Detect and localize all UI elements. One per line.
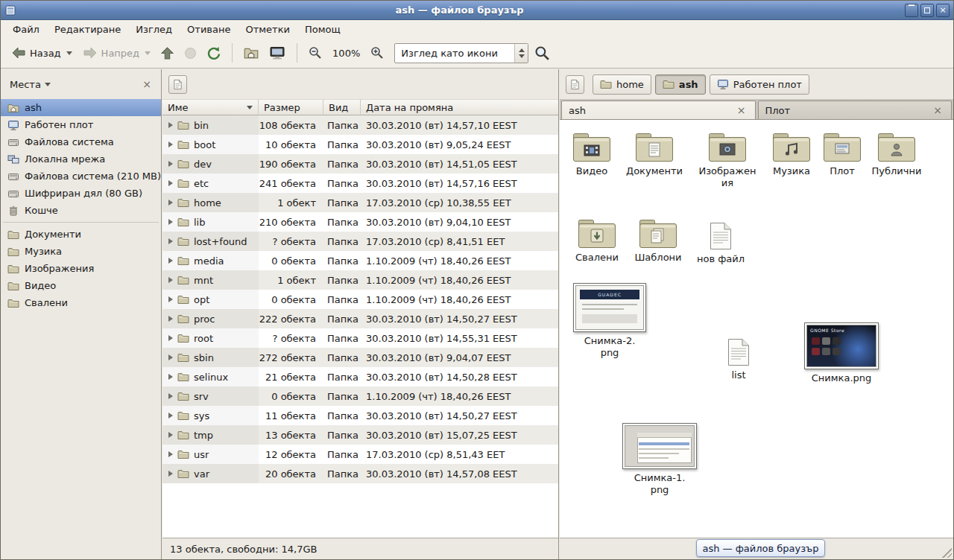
sidebar-item-downloads[interactable]: Свалени	[1, 294, 161, 311]
tab-ash[interactable]: ash×	[561, 101, 756, 119]
expander-icon[interactable]	[168, 413, 173, 419]
table-row-boot[interactable]: boot10 обектаПапка30.03.2010 (вт) 9,05,2…	[162, 135, 558, 154]
zoom-out-button[interactable]	[304, 42, 326, 63]
sidebar-item-video[interactable]: Видео	[1, 277, 161, 294]
reload-button[interactable]	[203, 42, 225, 63]
expander-icon[interactable]	[168, 296, 173, 302]
menu-go[interactable]: Отиване	[180, 22, 238, 37]
table-row-proc[interactable]: proc222 обектаПапка30.03.2010 (вт) 14,50…	[162, 309, 558, 328]
expander-icon[interactable]	[168, 393, 173, 399]
table-row-sbin[interactable]: sbin272 обектаПапка30.03.2010 (вт) 9,04,…	[162, 348, 558, 367]
icon-item-documents[interactable]: Документи	[624, 130, 685, 177]
table-row-home[interactable]: home1 обектПапка17.03.2010 (ср) 10,38,55…	[162, 193, 558, 212]
menu-bookmarks[interactable]: Отметки	[238, 22, 297, 37]
sidebar-item-desktop[interactable]: Работен плот	[1, 116, 161, 133]
sidebar-item-filesystem-210[interactable]: Файлова система (210 MB)	[1, 168, 161, 185]
sidebar-item-encrypted-80[interactable]: Шифриран дял (80 GB)	[1, 185, 161, 202]
sidebar-item-images[interactable]: Изображения	[1, 260, 161, 277]
icon-item-new-file[interactable]: нов файл	[690, 217, 751, 265]
zoom-in-button[interactable]	[366, 42, 388, 63]
sidebar-item-trash[interactable]: Кошче	[1, 202, 161, 219]
tab-plot[interactable]: Плот×	[758, 101, 953, 119]
table-row-lib[interactable]: lib210 обектаПапка30.03.2010 (вт) 9,04,1…	[162, 212, 558, 232]
table-row-root[interactable]: root? обектаПапка30.03.2010 (вт) 14,55,3…	[162, 328, 558, 348]
menu-edit[interactable]: Редактиране	[47, 22, 128, 37]
menu-help[interactable]: Помощ	[297, 22, 348, 37]
icon-item-list[interactable]: list	[708, 334, 769, 381]
home-button[interactable]	[239, 42, 263, 64]
table-row-opt[interactable]: opt0 обектаПапка1.10.2009 (чт) 18,40,26 …	[162, 290, 558, 309]
column-header-date[interactable]: Дата на промяна	[361, 99, 558, 115]
window-menu-icon[interactable]	[4, 4, 16, 16]
sidebar-item-music[interactable]: Музика	[1, 243, 161, 260]
table-row-var[interactable]: var20 обектаПапка30.03.2010 (вт) 14,57,0…	[162, 464, 558, 483]
expander-icon[interactable]	[168, 432, 173, 438]
column-header-name[interactable]: Име	[162, 99, 259, 115]
location-toggle-button[interactable]	[566, 75, 584, 94]
expander-icon[interactable]	[168, 335, 173, 341]
table-row-sys[interactable]: sys11 обектаПапка30.03.2010 (вт) 14,50,2…	[162, 406, 558, 425]
view-mode-select[interactable]: Изглед като икони	[394, 43, 528, 63]
icon-item-snimka-1[interactable]: Снимка-1. png	[619, 423, 700, 497]
close-button[interactable]: ×	[936, 4, 950, 17]
expander-icon[interactable]	[168, 180, 173, 186]
stop-button[interactable]	[180, 43, 201, 63]
titlebar[interactable]: ash — файлов браузър ×	[1, 1, 953, 20]
expander-icon[interactable]	[168, 122, 173, 128]
taskbar-window-button[interactable]: ash — файлов браузър	[696, 539, 825, 557]
expander-icon[interactable]	[168, 161, 173, 167]
location-toggle-button[interactable]	[168, 75, 187, 94]
sidebar-selector-caret-icon[interactable]	[45, 83, 51, 86]
table-row-srv[interactable]: srv0 обектаПапка1.10.2009 (чт) 18,40,26 …	[162, 386, 558, 406]
forward-button[interactable]: Напред	[78, 43, 155, 63]
zoom-level-button[interactable]: 100%	[328, 44, 364, 63]
icon-item-desktop[interactable]: Плот	[812, 130, 873, 177]
path-button-ash[interactable]: ash	[655, 74, 706, 95]
expander-icon[interactable]	[168, 451, 173, 457]
minimize-button[interactable]	[905, 4, 918, 17]
sidebar-close-icon[interactable]: ×	[140, 78, 154, 90]
computer-button[interactable]	[265, 42, 290, 64]
expander-icon[interactable]	[168, 316, 173, 322]
expander-icon[interactable]	[168, 238, 173, 244]
view-mode-spinner-icon[interactable]	[514, 44, 528, 63]
tab-close-icon[interactable]: ×	[931, 104, 944, 116]
icon-item-snimka[interactable]: GNOME StoreСнимка.png	[801, 322, 882, 384]
expander-icon[interactable]	[168, 374, 173, 380]
table-row-media[interactable]: media0 обектаПапка1.10.2009 (чт) 18,40,2…	[162, 251, 558, 270]
expander-icon[interactable]	[168, 258, 173, 264]
search-button[interactable]	[530, 42, 555, 65]
icon-item-templates[interactable]: Шаблони	[628, 216, 689, 264]
path-button-desktop[interactable]: Работен плот	[710, 74, 809, 95]
icon-item-snimka-2[interactable]: GUADECСнимка-2. png	[570, 283, 649, 360]
expander-icon[interactable]	[168, 354, 173, 360]
table-row-usr[interactable]: usr12 обектаПапка17.03.2010 (ср) 8,51,43…	[162, 445, 558, 464]
back-dropdown-icon[interactable]	[66, 51, 72, 55]
expander-icon[interactable]	[168, 200, 173, 206]
expander-icon[interactable]	[168, 471, 173, 477]
path-button-home[interactable]: home	[593, 74, 651, 95]
icon-item-images[interactable]: Изображен ия	[697, 130, 758, 190]
resize-grip[interactable]	[941, 547, 952, 558]
table-row-selinux[interactable]: selinux21 обектаПапка30.03.2010 (вт) 14,…	[162, 367, 558, 386]
column-header-size[interactable]: Размер	[259, 99, 323, 115]
icon-item-public[interactable]: Публични	[866, 130, 927, 177]
icon-grid[interactable]: ВидеоДокументиИзображен ияМузикаПлотПубл…	[560, 120, 953, 538]
table-row-lost+found[interactable]: lost+found? обектаПапка17.03.2010 (ср) 8…	[162, 232, 558, 251]
table-row-dev[interactable]: dev190 обектаПапка30.03.2010 (вт) 14,51,…	[162, 154, 558, 174]
sidebar-item-local-network[interactable]: Локална мрежа	[1, 150, 161, 168]
tab-close-icon[interactable]: ×	[735, 104, 748, 116]
expander-icon[interactable]	[168, 277, 173, 283]
sidebar-item-ash[interactable]: ash	[1, 99, 161, 116]
table-row-mnt[interactable]: mnt1 обектПапка1.10.2009 (чт) 18,40,26 E…	[162, 270, 558, 290]
icon-item-downloads[interactable]: Свалени	[566, 216, 628, 264]
column-header-type[interactable]: Вид	[323, 99, 361, 115]
sidebar-item-filesystem[interactable]: Файлова система	[1, 133, 161, 150]
back-button[interactable]: Назад	[7, 43, 77, 63]
sidebar-title[interactable]: Места	[10, 79, 41, 90]
maximize-button[interactable]	[920, 4, 934, 17]
table-row-tmp[interactable]: tmp13 обектаПапка30.03.2010 (вт) 15,07,2…	[162, 425, 558, 445]
table-row-etc[interactable]: etc241 обектаПапка30.03.2010 (вт) 14,57,…	[162, 174, 558, 193]
table-row-bin[interactable]: bin108 обектаПапка30.03.2010 (вт) 14,57,…	[162, 115, 558, 135]
menu-view[interactable]: Изглед	[128, 22, 180, 37]
